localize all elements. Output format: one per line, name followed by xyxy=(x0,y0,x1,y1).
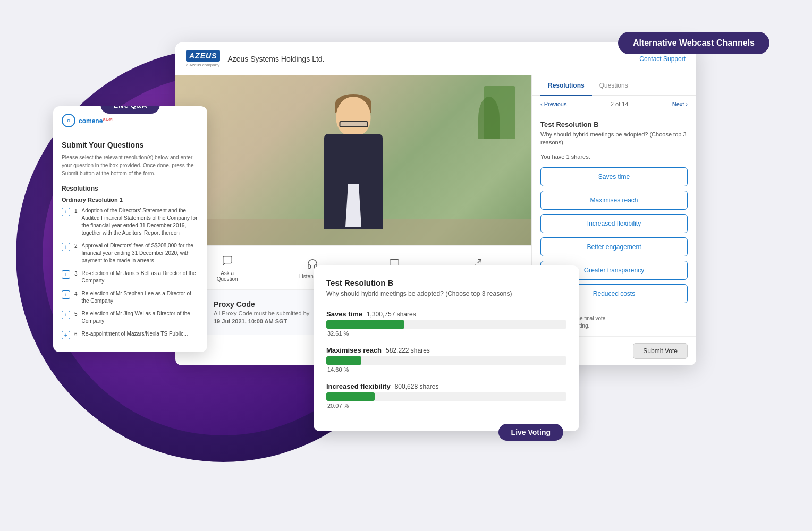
ask-question-control[interactable]: Ask aQuestion xyxy=(217,253,238,282)
qa-panel: Live Q&A C comeneXGM Submit Your Questio… xyxy=(53,106,207,352)
previous-label: Previous xyxy=(544,101,567,107)
vote-result-label-row-3: Increased flexibility 800,628 shares xyxy=(326,382,566,390)
right-panel-tabs: Resolutions Questions xyxy=(532,75,696,96)
video-container xyxy=(175,75,531,245)
voting-panel: Test Resolution B Why should hybrid meet… xyxy=(314,266,579,431)
vote-bar-container-3 xyxy=(326,392,566,401)
add-item-3-button[interactable]: + xyxy=(62,270,70,279)
vote-bar-2 xyxy=(326,356,361,365)
qa-resolution-label: Ordinary Resolution 1 xyxy=(62,196,199,203)
vote-result-maximises-reach: Maximises reach 582,222 shares 14.60 % xyxy=(326,346,566,373)
add-item-1-button[interactable]: + xyxy=(62,208,70,216)
webcast-header: AZEUS a Azeus company Azeus Systems Hold… xyxy=(175,42,696,75)
qa-description: Please select the relevant resolution(s)… xyxy=(62,153,199,177)
chevron-left-icon: ‹ xyxy=(540,101,543,107)
qa-body: Submit Your Questions Please select the … xyxy=(53,133,207,352)
vote-result-pct-1: 32.61 % xyxy=(327,330,566,337)
voting-title: Test Resolution B xyxy=(326,278,566,287)
resolution-question: Why should hybrid meetings be adopted? (… xyxy=(540,131,688,147)
item-text-4: Re-election of Mr Stephen Lee as a Direc… xyxy=(82,290,199,305)
vote-bar-container-1 xyxy=(326,320,566,329)
add-item-4-button[interactable]: + xyxy=(62,290,70,299)
vote-result-label-row-1: Saves time 1,300,757 shares xyxy=(326,310,566,318)
live-qa-badge: Live Q&A xyxy=(100,106,159,114)
vote-result-shares-3: 800,628 shares xyxy=(395,383,439,390)
chat-icon xyxy=(220,253,235,268)
item-text-6: Re-appointment of Mazars/Nexia TS Public… xyxy=(82,330,188,338)
item-text-2: Approval of Directors' fees of S$208,000… xyxy=(82,242,199,264)
chevron-right-icon: › xyxy=(686,101,688,107)
vote-option-increased-flexibility[interactable]: Increased flexibility xyxy=(540,214,688,233)
next-button[interactable]: Next › xyxy=(672,101,688,107)
list-item: + 2 Approval of Directors' fees of S$208… xyxy=(62,242,199,264)
item-text-1: Adoption of the Directors' Statement and… xyxy=(82,207,199,237)
tab-questions[interactable]: Questions xyxy=(592,75,636,96)
ask-question-label: Ask aQuestion xyxy=(217,270,238,282)
vote-option-maximises-reach[interactable]: Maximises reach xyxy=(540,191,688,210)
person-shirt xyxy=(340,184,367,227)
person-glasses xyxy=(339,121,368,127)
item-num-4: 4 xyxy=(74,291,78,297)
vote-result-pct-2: 14.60 % xyxy=(327,366,566,373)
add-item-2-button[interactable]: + xyxy=(62,243,70,251)
vote-result-increased-flexibility: Increased flexibility 800,628 shares 20.… xyxy=(326,382,566,409)
vote-bar-1 xyxy=(326,320,404,329)
vote-result-label-row-2: Maximises reach 582,222 shares xyxy=(326,346,566,354)
comene-xgm-text: XGM xyxy=(103,117,112,122)
webcast-channels-badge: Alternative Webcast Channels xyxy=(618,32,769,54)
proxy-deadline: 19 Jul 2021, 10:00 AM SGT xyxy=(214,318,309,324)
azeus-logo: AZEUS a Azeus company xyxy=(186,50,220,67)
person-head xyxy=(336,97,371,136)
comene-logo-text: comeneXGM xyxy=(79,117,113,125)
azeus-tagline: a Azeus company xyxy=(186,63,220,67)
list-item: + 4 Re-election of Mr Stephen Lee as a D… xyxy=(62,290,199,305)
next-label: Next xyxy=(672,101,684,107)
live-voting-badge: Live Voting xyxy=(498,424,563,441)
contact-support-link[interactable]: Contact Support xyxy=(639,55,686,63)
vote-result-name-2: Maximises reach xyxy=(326,346,382,354)
submit-vote-button[interactable]: Submit Vote xyxy=(633,343,688,359)
proxy-description: All Proxy Code must be submitted by xyxy=(214,310,309,316)
proxy-text: Proxy Code All Proxy Code must be submit… xyxy=(214,300,309,324)
comene-circle-icon: C xyxy=(62,114,75,127)
previous-button[interactable]: ‹ Previous xyxy=(540,101,566,107)
video-person xyxy=(300,86,407,245)
qa-title: Submit Your Questions xyxy=(62,141,199,149)
company-name: Azeus Systems Holdings Ltd. xyxy=(227,55,639,63)
list-item: + 1 Adoption of the Directors' Statement… xyxy=(62,207,199,237)
vote-result-saves-time: Saves time 1,300,757 shares 32.61 % xyxy=(326,310,566,337)
vote-result-shares-2: 582,222 shares xyxy=(386,347,430,354)
list-item: + 6 Re-appointment of Mazars/Nexia TS Pu… xyxy=(62,330,199,339)
vote-result-pct-3: 20.07 % xyxy=(327,402,566,409)
comene-logo: C comeneXGM xyxy=(62,114,113,127)
item-text-3: Re-election of Mr James Bell as a Direct… xyxy=(82,270,199,285)
item-num-2: 2 xyxy=(74,243,78,249)
voting-subtitle: Why should hybrid meetings be adopted? (… xyxy=(326,289,566,298)
vote-bar-3 xyxy=(326,392,375,401)
shares-info: You have 1 shares. xyxy=(540,153,688,160)
list-item: + 5 Re-election of Mr Jing Wei as a Dire… xyxy=(62,310,199,325)
item-num-6: 6 xyxy=(74,331,78,337)
item-num-3: 3 xyxy=(74,271,78,277)
item-num-1: 1 xyxy=(74,208,78,214)
tab-resolutions[interactable]: Resolutions xyxy=(540,75,592,96)
list-item: + 3 Re-election of Mr James Bell as a Di… xyxy=(62,270,199,285)
vote-bar-container-2 xyxy=(326,356,566,365)
vote-option-saves-time[interactable]: Saves time xyxy=(540,167,688,186)
proxy-title: Proxy Code xyxy=(214,300,309,309)
person-body xyxy=(324,134,383,229)
add-item-6-button[interactable]: + xyxy=(62,331,70,339)
item-text-5: Re-election of Mr Jing Wei as a Director… xyxy=(82,310,199,325)
resolution-nav: ‹ Previous 2 of 14 Next › xyxy=(532,96,696,113)
svg-line-1 xyxy=(478,259,481,262)
qa-section-label: Resolutions xyxy=(62,185,199,192)
item-num-5: 5 xyxy=(74,311,78,317)
main-container: Alternative Webcast Channels AZEUS a Aze… xyxy=(0,0,812,531)
vote-result-name-1: Saves time xyxy=(326,310,362,318)
azeus-logo-text: AZEUS xyxy=(186,50,220,62)
vote-option-better-engagement[interactable]: Better engagement xyxy=(540,237,688,256)
add-item-5-button[interactable]: + xyxy=(62,311,70,319)
vote-result-name-3: Increased flexibility xyxy=(326,382,391,390)
vote-result-shares-1: 1,300,757 shares xyxy=(367,311,416,318)
resolution-title: Test Resolution B xyxy=(540,121,688,129)
